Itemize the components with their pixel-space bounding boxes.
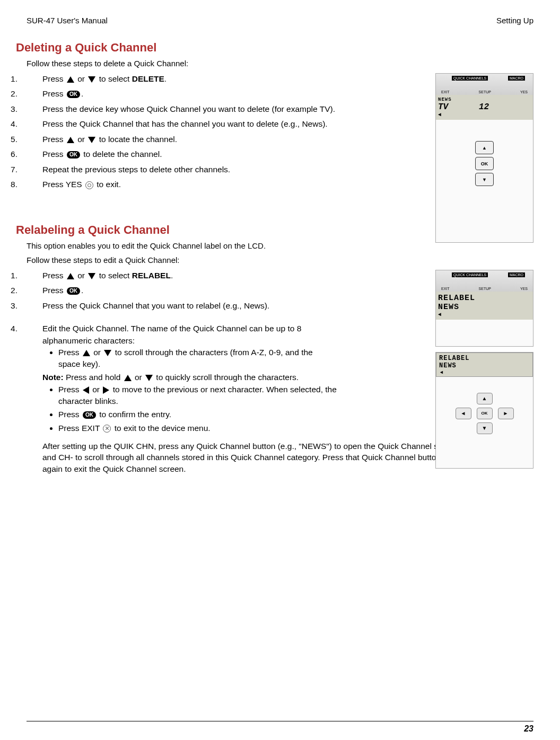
qc-label: QUICK CHANNELS: [452, 76, 488, 81]
dpad: ▲ ◄ OK ► ▼: [456, 393, 514, 435]
bullet: Press EXIT to exit to the device menu.: [58, 422, 337, 434]
down-arrow-icon: [88, 76, 95, 83]
dpad-right: ►: [498, 408, 514, 419]
section-relabeling: Relabeling a Quick Channel This option e…: [27, 223, 533, 475]
section2-intro2: Follow these steps to edit a Quick Chann…: [27, 256, 533, 265]
section1-title: Deleting a Quick Channel: [16, 41, 533, 55]
step: Press or to locate the channel.: [11, 134, 337, 145]
page-number: 23: [524, 724, 533, 734]
relabel-line: RELABEL: [438, 294, 531, 303]
bullet: Press or to move to the previous or next…: [58, 384, 337, 407]
qc-label: QUICK CHANNELS: [452, 272, 488, 277]
step: Press OK.: [11, 285, 337, 296]
dpad-up: ▲: [477, 393, 493, 404]
circle-x-icon: [103, 425, 111, 433]
lcd-tv-line: TV 12: [438, 102, 531, 112]
small-lcd: RELABEL NEWS ◄: [436, 353, 533, 377]
down-arrow-icon: [88, 273, 95, 279]
up-arrow-icon: [83, 350, 90, 356]
bullet: Press OK to confirm the entry.: [58, 409, 337, 420]
yes-label: YES: [520, 287, 528, 290]
news-line: NEWS: [438, 303, 531, 312]
up-arrow-icon: [67, 137, 74, 143]
macro-label: MACRO: [508, 76, 525, 81]
bullet-list: Press or to scroll through the character…: [58, 347, 337, 369]
section2-steps-container: Press or to select RELABEL. Press OK. Pr…: [27, 270, 533, 434]
step: Repeat the previous steps to delete othe…: [11, 164, 337, 175]
setup-label: SETUP: [479, 90, 491, 94]
relabel-line: RELABEL: [439, 355, 530, 362]
section1-steps: Press or to select DELETE. Press OK. Pre…: [11, 73, 337, 191]
relabel-label: RELABEL: [132, 271, 171, 280]
page-header: SUR-47 User's Manual Setting Up: [27, 16, 533, 25]
footer-line: [27, 721, 533, 721]
up-arrow-icon: [67, 273, 74, 279]
ok-icon: OK: [67, 151, 80, 158]
lcd-news-line: NEWS: [438, 97, 531, 102]
up-arrow-icon: [124, 375, 132, 381]
step: Press or to select RELABEL.: [11, 270, 337, 281]
setup-label: SETUP: [479, 287, 491, 290]
up-arrow-icon: [67, 76, 74, 83]
lcd-screen: RELABEL NEWS ◄: [436, 292, 533, 320]
bullet-list: Press or to move to the previous or next…: [58, 384, 337, 434]
down-arrow-icon: [88, 137, 95, 143]
device-top-bar: QUICK CHANNELS MACRO EXIT SETUP YES: [436, 270, 533, 292]
step: Press OK.: [11, 88, 337, 100]
ok-icon: OK: [83, 411, 96, 419]
down-button: ▼: [475, 173, 494, 186]
down-arrow-icon: [104, 350, 111, 356]
step: Press OK to delete the channel.: [11, 148, 337, 160]
right-arrow-icon: [103, 386, 109, 394]
device-controls: ▲ OK ▼: [436, 120, 533, 186]
up-button: ▲: [475, 141, 494, 154]
device-button-row: EXIT SETUP YES: [436, 287, 533, 292]
device-screenshot-1: QUICK CHANNELS MACRO EXIT SETUP YES NEWS…: [435, 73, 533, 243]
down-arrow-icon: [145, 375, 153, 381]
news-line: NEWS: [439, 362, 530, 369]
dpad-left: ◄: [456, 408, 471, 419]
circle-target-icon: [85, 181, 93, 189]
step: Press the Quick Channel that you want to…: [11, 300, 337, 312]
section1-steps-container: Press or to select DELETE. Press OK. Pre…: [27, 73, 533, 191]
header-left: SUR-47 User's Manual: [27, 16, 108, 25]
note-line: Note: Press and hold or to quickly scrol…: [42, 372, 337, 383]
dpad-down: ▼: [477, 422, 493, 434]
bullet: Press or to scroll through the character…: [58, 347, 337, 369]
note-label: Note:: [42, 373, 64, 382]
yes-label: YES: [520, 90, 528, 94]
exit-label: EXIT: [441, 287, 450, 290]
ok-button: OK: [475, 157, 494, 170]
device-screenshot-3: RELABEL NEWS ◄ ▲ ◄ OK ► ▼: [435, 352, 533, 469]
delete-label: DELETE: [132, 74, 164, 83]
lcd-screen: NEWS TV 12 ◄: [436, 95, 533, 120]
dpad-ok: OK: [477, 408, 493, 419]
ok-icon: OK: [67, 91, 80, 98]
step: Press the Quick Channel that has the cha…: [11, 118, 337, 130]
macro-label: MACRO: [508, 272, 525, 277]
exit-label: EXIT: [441, 90, 450, 94]
ok-icon: OK: [67, 287, 80, 295]
step: Press or to select DELETE.: [11, 73, 337, 85]
step: Press the device key whose Quick Channel…: [11, 103, 337, 115]
section2-steps: Press or to select RELABEL. Press OK. Pr…: [11, 270, 337, 312]
step: Press YES to exit.: [11, 179, 337, 190]
left-arrow-icon: [83, 386, 89, 394]
device-screenshot-2: QUICK CHANNELS MACRO EXIT SETUP YES RELA…: [435, 270, 533, 347]
device-top-bar: QUICK CHANNELS MACRO EXIT SETUP YES: [436, 74, 533, 95]
header-right: Setting Up: [496, 16, 533, 25]
section-deleting: Deleting a Quick Channel Follow these st…: [27, 41, 533, 191]
device-button-row: EXIT SETUP YES: [436, 90, 533, 95]
step: Edit the Quick Channel. The name of the …: [11, 323, 337, 434]
section2-steps-cont: Edit the Quick Channel. The name of the …: [11, 323, 337, 434]
dpad-area: ▲ ◄ OK ► ▼: [436, 377, 533, 435]
section1-intro: Follow these steps to delete a Quick Cha…: [27, 59, 533, 68]
